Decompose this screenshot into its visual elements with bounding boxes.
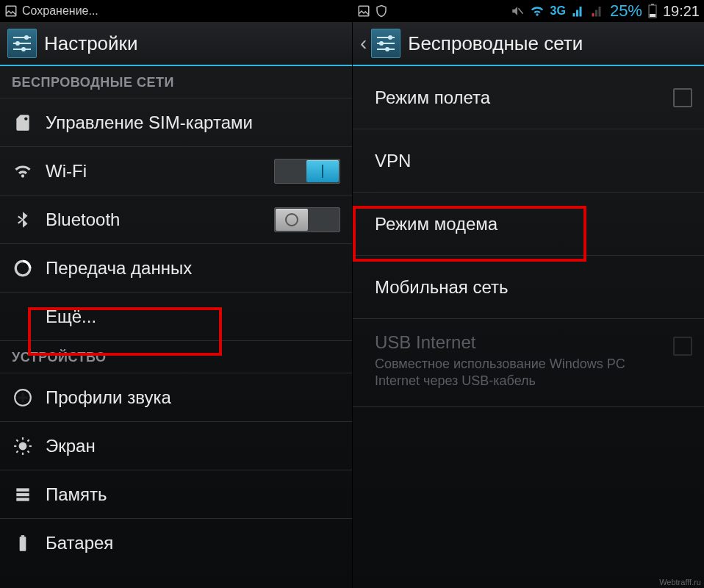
- wifi-status-icon: [530, 4, 545, 18]
- settings-sliders-icon: [371, 29, 401, 58]
- display-icon: [12, 435, 34, 457]
- item-label: Режим модема: [364, 214, 692, 234]
- svg-line-17: [16, 451, 18, 452]
- clock: 19:21: [663, 3, 700, 20]
- item-tethering[interactable]: Режим модема: [353, 193, 704, 256]
- item-label: Bluetooth: [46, 209, 262, 230]
- item-sim-management[interactable]: Управление SIM-картами: [0, 98, 352, 147]
- svg-point-10: [19, 442, 27, 450]
- mute-icon: [511, 4, 524, 18]
- settings-main-pane: Сохранение... Настройки БЕСПРОВОДНЫЕ СЕТ…: [0, 0, 352, 588]
- svg-point-4: [15, 41, 20, 46]
- item-label: Батарея: [46, 533, 340, 553]
- svg-rect-21: [16, 498, 29, 501]
- airplane-checkbox[interactable]: [673, 88, 692, 107]
- svg-point-7: [24, 117, 27, 120]
- svg-rect-0: [6, 6, 16, 16]
- svg-point-30: [388, 35, 392, 40]
- signal-bars-icon: [572, 4, 585, 18]
- statusbar-saving-text: Сохранение...: [22, 4, 98, 18]
- network-type: 3G: [550, 4, 566, 18]
- item-battery[interactable]: Батарея: [0, 519, 352, 567]
- battery-percent: 25%: [610, 1, 642, 21]
- settings-sliders-icon: [7, 29, 37, 58]
- image-icon: [4, 4, 18, 18]
- item-label: Память: [46, 484, 340, 505]
- item-data-usage[interactable]: Передача данных: [0, 244, 352, 293]
- wireless-title: Беспроводные сети: [408, 32, 583, 55]
- wifi-icon: [12, 160, 34, 182]
- item-wifi[interactable]: Wi-Fi: [0, 147, 352, 196]
- svg-line-16: [28, 451, 29, 452]
- svg-line-15: [16, 440, 18, 441]
- svg-rect-27: [651, 4, 654, 5]
- shield-icon: [375, 4, 388, 18]
- statusbar-left: Сохранение...: [0, 0, 352, 22]
- battery-status-icon: [648, 4, 657, 18]
- svg-point-2: [24, 35, 29, 40]
- svg-rect-23: [21, 535, 24, 537]
- item-label: Режим полета: [364, 87, 661, 108]
- settings-list: БЕСПРОВОДНЫЕ СЕТИ Управление SIM-картами…: [0, 66, 352, 588]
- item-mobile-network[interactable]: Мобильная сеть: [353, 256, 704, 319]
- item-storage[interactable]: Память: [0, 470, 352, 519]
- wireless-settings-pane: 3G 25% 19:21 ‹: [352, 0, 704, 588]
- sim-icon: [12, 112, 34, 134]
- usb-checkbox: [673, 337, 692, 356]
- item-vpn[interactable]: VPN: [353, 129, 704, 193]
- image-icon: [357, 4, 370, 18]
- item-label: Управление SIM-картами: [46, 112, 340, 133]
- item-airplane-mode[interactable]: Режим полета: [353, 66, 704, 129]
- battery-icon: [12, 532, 34, 554]
- back-chevron-icon[interactable]: ‹: [360, 32, 367, 55]
- settings-header: Настройки: [0, 22, 352, 66]
- svg-rect-22: [20, 537, 26, 551]
- item-label: Ещё...: [12, 306, 340, 327]
- watermark: Webtrafff.ru: [659, 578, 701, 587]
- item-sound-profiles[interactable]: Профили звука: [0, 373, 352, 422]
- svg-rect-20: [16, 492, 29, 495]
- item-display[interactable]: Экран: [0, 422, 352, 470]
- statusbar-right: 3G 25% 19:21: [353, 0, 704, 22]
- item-label: VPN: [364, 151, 692, 171]
- item-more[interactable]: Ещё...: [0, 293, 352, 341]
- bluetooth-icon: [12, 209, 34, 231]
- wireless-list: Режим полета VPN Режим модема Мобильная …: [353, 66, 704, 588]
- item-label: Мобильная сеть: [364, 277, 692, 298]
- item-usb-internet: USB Internet Совместное использование Wi…: [353, 319, 704, 407]
- svg-rect-24: [359, 6, 369, 16]
- svg-point-34: [385, 47, 389, 51]
- item-label: Wi-Fi: [46, 161, 262, 182]
- svg-rect-28: [650, 14, 655, 17]
- bluetooth-switch[interactable]: [274, 207, 340, 232]
- data-usage-icon: [12, 257, 34, 279]
- item-label: Экран: [46, 436, 340, 456]
- sound-icon: [12, 387, 34, 409]
- wifi-switch[interactable]: [274, 159, 340, 184]
- svg-point-6: [21, 47, 26, 51]
- svg-point-32: [379, 41, 384, 46]
- wireless-header[interactable]: ‹ Беспроводные сети: [353, 22, 704, 66]
- section-wireless: БЕСПРОВОДНЫЕ СЕТИ: [0, 66, 352, 98]
- item-subtitle: Совместное использование Windows PC Inte…: [375, 356, 661, 390]
- settings-title: Настройки: [44, 32, 138, 55]
- item-label: Передача данных: [46, 258, 340, 279]
- signal-bars-2-icon: [591, 4, 604, 18]
- svg-line-25: [518, 8, 522, 14]
- svg-rect-19: [16, 488, 29, 491]
- storage-icon: [12, 484, 34, 506]
- svg-line-18: [28, 440, 29, 441]
- item-bluetooth[interactable]: Bluetooth: [0, 196, 352, 244]
- item-label: Профили звука: [46, 387, 340, 408]
- section-device: УСТРОЙСТВО: [0, 341, 352, 373]
- item-label: USB Internet: [375, 332, 661, 353]
